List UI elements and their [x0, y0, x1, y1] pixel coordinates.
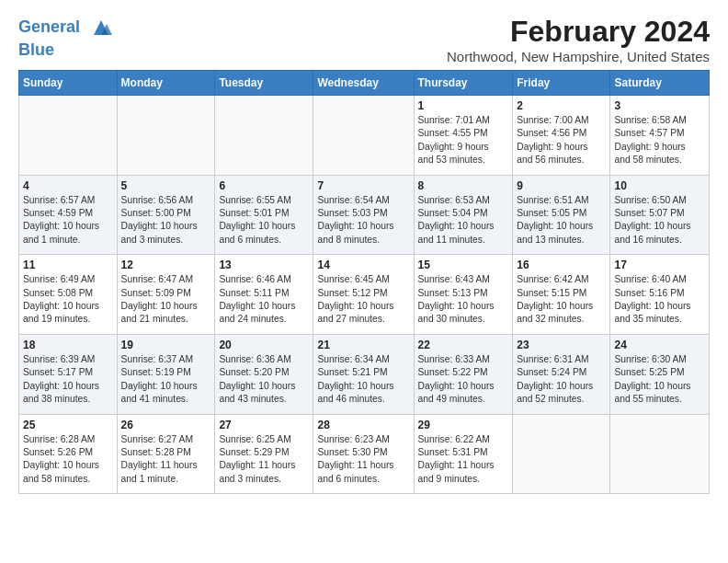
calendar-cell: 23Sunrise: 6:31 AMSunset: 5:24 PMDayligh… — [513, 334, 610, 414]
day-number: 21 — [317, 339, 409, 351]
day-info: Sunrise: 6:22 AMSunset: 5:31 PMDaylight:… — [418, 433, 509, 487]
day-info: Sunrise: 6:51 AMSunset: 5:05 PMDaylight:… — [517, 194, 606, 247]
day-number: 29 — [418, 419, 509, 431]
calendar-cell: 20Sunrise: 6:36 AMSunset: 5:20 PMDayligh… — [215, 334, 313, 414]
day-info: Sunrise: 7:01 AMSunset: 4:55 PMDaylight:… — [418, 114, 509, 167]
week-row-1: 4Sunrise: 6:57 AMSunset: 4:59 PMDaylight… — [19, 175, 710, 255]
calendar-cell: 11Sunrise: 6:49 AMSunset: 5:08 PMDayligh… — [19, 255, 118, 335]
calendar-cell — [19, 96, 118, 176]
day-info: Sunrise: 6:39 AMSunset: 5:17 PMDaylight:… — [23, 353, 113, 407]
calendar-cell: 16Sunrise: 6:42 AMSunset: 5:15 PMDayligh… — [513, 255, 610, 335]
calendar-cell: 9Sunrise: 6:51 AMSunset: 5:05 PMDaylight… — [513, 175, 610, 255]
day-info: Sunrise: 6:53 AMSunset: 5:04 PMDaylight:… — [418, 194, 509, 247]
day-info: Sunrise: 6:56 AMSunset: 5:00 PMDaylight:… — [121, 194, 211, 247]
calendar-cell: 27Sunrise: 6:25 AMSunset: 5:29 PMDayligh… — [215, 414, 313, 494]
week-row-0: 1Sunrise: 7:01 AMSunset: 4:55 PMDaylight… — [19, 96, 710, 176]
page-title: February 2024 — [447, 15, 710, 49]
calendar-cell: 21Sunrise: 6:34 AMSunset: 5:21 PMDayligh… — [313, 334, 414, 414]
logo-icon — [88, 15, 114, 40]
header-tuesday: Tuesday — [215, 71, 313, 96]
calendar-cell: 17Sunrise: 6:40 AMSunset: 5:16 PMDayligh… — [610, 255, 710, 335]
calendar-cell: 5Sunrise: 6:56 AMSunset: 5:00 PMDaylight… — [117, 175, 215, 255]
day-info: Sunrise: 6:57 AMSunset: 4:59 PMDaylight:… — [23, 194, 113, 247]
calendar-cell: 15Sunrise: 6:43 AMSunset: 5:13 PMDayligh… — [414, 255, 513, 335]
day-number: 10 — [614, 179, 705, 192]
day-info: Sunrise: 6:31 AMSunset: 5:24 PMDaylight:… — [517, 353, 606, 407]
calendar-cell: 2Sunrise: 7:00 AMSunset: 4:56 PMDaylight… — [513, 96, 610, 176]
day-info: Sunrise: 6:30 AMSunset: 5:25 PMDaylight:… — [614, 353, 705, 407]
day-number: 27 — [219, 419, 309, 431]
page-header: General Blue February 2024 Northwood, Ne… — [18, 15, 710, 64]
calendar-cell: 6Sunrise: 6:55 AMSunset: 5:01 PMDaylight… — [215, 175, 313, 255]
day-number: 13 — [219, 259, 309, 271]
calendar-cell: 29Sunrise: 6:22 AMSunset: 5:31 PMDayligh… — [414, 414, 513, 494]
calendar-cell — [117, 96, 215, 176]
day-info: Sunrise: 6:43 AMSunset: 5:13 PMDaylight:… — [418, 273, 509, 327]
calendar-table: SundayMondayTuesdayWednesdayThursdayFrid… — [18, 70, 710, 494]
calendar-cell — [513, 414, 610, 494]
day-number: 26 — [121, 419, 211, 431]
day-number: 22 — [418, 339, 509, 351]
day-info: Sunrise: 7:00 AMSunset: 4:56 PMDaylight:… — [517, 114, 606, 167]
day-info: Sunrise: 6:40 AMSunset: 5:16 PMDaylight:… — [614, 273, 705, 327]
calendar-cell: 3Sunrise: 6:58 AMSunset: 4:57 PMDaylight… — [610, 96, 710, 176]
day-number: 1 — [418, 99, 509, 112]
day-number: 28 — [317, 419, 409, 431]
day-number: 3 — [614, 99, 705, 112]
calendar-cell: 19Sunrise: 6:37 AMSunset: 5:19 PMDayligh… — [117, 334, 215, 414]
day-number: 23 — [517, 339, 606, 351]
day-number: 15 — [418, 259, 509, 271]
calendar-cell: 12Sunrise: 6:47 AMSunset: 5:09 PMDayligh… — [117, 255, 215, 335]
header-row: SundayMondayTuesdayWednesdayThursdayFrid… — [19, 71, 710, 96]
day-info: Sunrise: 6:23 AMSunset: 5:30 PMDaylight:… — [317, 433, 409, 487]
day-number: 8 — [418, 179, 509, 192]
calendar-cell: 1Sunrise: 7:01 AMSunset: 4:55 PMDaylight… — [414, 96, 513, 176]
day-info: Sunrise: 6:33 AMSunset: 5:22 PMDaylight:… — [418, 353, 509, 407]
header-sunday: Sunday — [19, 71, 118, 96]
day-info: Sunrise: 6:27 AMSunset: 5:28 PMDaylight:… — [121, 433, 211, 487]
day-info: Sunrise: 6:34 AMSunset: 5:21 PMDaylight:… — [317, 353, 409, 407]
calendar-cell: 24Sunrise: 6:30 AMSunset: 5:25 PMDayligh… — [610, 334, 710, 414]
day-info: Sunrise: 6:49 AMSunset: 5:08 PMDaylight:… — [23, 273, 113, 327]
day-number: 14 — [317, 259, 409, 271]
day-info: Sunrise: 6:54 AMSunset: 5:03 PMDaylight:… — [317, 194, 409, 247]
day-info: Sunrise: 6:42 AMSunset: 5:15 PMDaylight:… — [517, 273, 606, 327]
day-info: Sunrise: 6:28 AMSunset: 5:26 PMDaylight:… — [23, 433, 113, 487]
header-thursday: Thursday — [414, 71, 513, 96]
logo-general: General — [18, 17, 80, 36]
week-row-4: 25Sunrise: 6:28 AMSunset: 5:26 PMDayligh… — [19, 414, 710, 494]
day-info: Sunrise: 6:36 AMSunset: 5:20 PMDaylight:… — [219, 353, 309, 407]
day-info: Sunrise: 6:50 AMSunset: 5:07 PMDaylight:… — [614, 194, 705, 247]
day-info: Sunrise: 6:58 AMSunset: 4:57 PMDaylight:… — [614, 114, 705, 167]
day-number: 18 — [23, 339, 113, 351]
calendar-cell: 8Sunrise: 6:53 AMSunset: 5:04 PMDaylight… — [414, 175, 513, 255]
calendar-cell: 13Sunrise: 6:46 AMSunset: 5:11 PMDayligh… — [215, 255, 313, 335]
day-info: Sunrise: 6:55 AMSunset: 5:01 PMDaylight:… — [219, 194, 309, 247]
calendar-cell: 18Sunrise: 6:39 AMSunset: 5:17 PMDayligh… — [19, 334, 118, 414]
day-number: 4 — [23, 179, 113, 192]
calendar-cell: 4Sunrise: 6:57 AMSunset: 4:59 PMDaylight… — [19, 175, 118, 255]
calendar-cell: 7Sunrise: 6:54 AMSunset: 5:03 PMDaylight… — [313, 175, 414, 255]
calendar-cell: 22Sunrise: 6:33 AMSunset: 5:22 PMDayligh… — [414, 334, 513, 414]
day-info: Sunrise: 6:46 AMSunset: 5:11 PMDaylight:… — [219, 273, 309, 327]
day-number: 5 — [121, 179, 211, 192]
day-number: 11 — [23, 259, 113, 271]
header-monday: Monday — [117, 71, 215, 96]
logo-blue: Blue — [18, 40, 114, 60]
calendar-cell — [313, 96, 414, 176]
day-info: Sunrise: 6:45 AMSunset: 5:12 PMDaylight:… — [317, 273, 409, 327]
day-number: 16 — [517, 259, 606, 271]
day-info: Sunrise: 6:47 AMSunset: 5:09 PMDaylight:… — [121, 273, 211, 327]
day-number: 19 — [121, 339, 211, 351]
day-number: 12 — [121, 259, 211, 271]
week-row-3: 18Sunrise: 6:39 AMSunset: 5:17 PMDayligh… — [19, 334, 710, 414]
logo: General Blue — [18, 15, 114, 60]
calendar-cell: 10Sunrise: 6:50 AMSunset: 5:07 PMDayligh… — [610, 175, 710, 255]
day-number: 9 — [517, 179, 606, 192]
calendar-cell: 28Sunrise: 6:23 AMSunset: 5:30 PMDayligh… — [313, 414, 414, 494]
day-info: Sunrise: 6:25 AMSunset: 5:29 PMDaylight:… — [219, 433, 309, 487]
day-info: Sunrise: 6:37 AMSunset: 5:19 PMDaylight:… — [121, 353, 211, 407]
day-number: 2 — [517, 99, 606, 112]
title-block: February 2024 Northwood, New Hampshire, … — [447, 15, 710, 64]
calendar-cell: 26Sunrise: 6:27 AMSunset: 5:28 PMDayligh… — [117, 414, 215, 494]
